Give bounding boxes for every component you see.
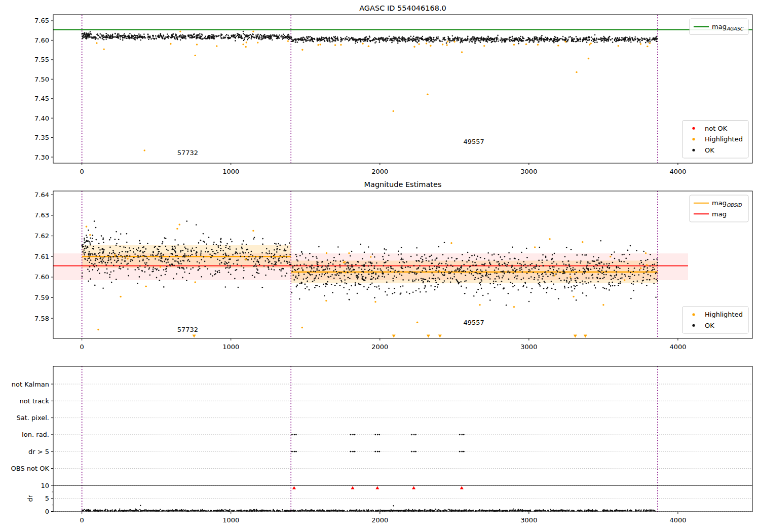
ok-point xyxy=(295,270,296,271)
ok-point xyxy=(186,280,187,281)
ok-point xyxy=(308,40,310,41)
ok-point xyxy=(279,249,281,251)
ok-point xyxy=(440,41,441,42)
dr-point xyxy=(588,510,589,511)
dr-point xyxy=(475,510,476,511)
ok-point xyxy=(589,37,591,39)
ok-point xyxy=(246,34,247,36)
ok-point xyxy=(87,260,88,261)
ok-point xyxy=(116,37,117,39)
ok-point xyxy=(489,283,491,285)
ok-point xyxy=(176,36,177,38)
ok-point xyxy=(545,39,546,41)
ok-point xyxy=(248,259,249,261)
ok-point xyxy=(417,39,419,40)
ok-point xyxy=(593,41,594,42)
ok-point xyxy=(477,269,479,270)
ok-point xyxy=(110,259,111,260)
dr-point xyxy=(140,505,141,506)
dr-point xyxy=(528,510,529,511)
ok-point xyxy=(600,240,602,242)
ok-point xyxy=(598,262,600,264)
ok-point xyxy=(220,35,221,37)
dr-point xyxy=(483,510,484,511)
ok-point xyxy=(332,292,333,293)
dr-point xyxy=(200,510,201,511)
dr-point xyxy=(379,509,381,510)
dr-trace-series xyxy=(82,505,656,512)
ok-point xyxy=(538,269,540,270)
ok-point xyxy=(126,242,128,243)
ok-point xyxy=(103,261,104,262)
ok-point xyxy=(193,267,194,269)
ok-point xyxy=(580,260,582,262)
ok-point xyxy=(498,41,499,42)
ok-point xyxy=(589,262,591,264)
ok-point xyxy=(535,37,537,39)
ok-point xyxy=(623,39,624,41)
ok-point xyxy=(575,41,577,43)
ok-point xyxy=(85,36,86,37)
flag-point xyxy=(411,434,412,436)
ok-point xyxy=(345,37,347,39)
ok-point xyxy=(576,282,578,283)
flag-point xyxy=(461,434,463,436)
ok-point xyxy=(115,239,116,240)
dr-point xyxy=(261,510,262,511)
ok-point xyxy=(443,37,444,39)
highlighted-point xyxy=(610,256,611,257)
ok-point xyxy=(634,268,635,269)
ok-point xyxy=(501,39,503,40)
ok-point xyxy=(618,259,620,261)
dr-point xyxy=(120,510,121,511)
ok-point xyxy=(161,275,162,277)
ok-point xyxy=(331,284,332,285)
ok-point xyxy=(188,259,189,260)
ok-point xyxy=(586,254,587,256)
ok-point xyxy=(233,263,235,264)
ok-point xyxy=(417,260,419,261)
ok-point xyxy=(372,253,373,255)
dr-point xyxy=(310,510,311,511)
ok-point xyxy=(236,252,238,253)
ok-point xyxy=(385,291,386,293)
ok-point xyxy=(142,260,144,261)
ok-point xyxy=(292,271,293,272)
ok-point xyxy=(574,39,575,40)
ok-point xyxy=(243,277,244,279)
ok-point xyxy=(189,37,191,39)
dr-point xyxy=(430,509,431,510)
ok-point xyxy=(538,41,540,43)
ok-point xyxy=(308,259,310,261)
ok-point xyxy=(217,252,219,253)
ok-point xyxy=(398,271,400,272)
middle-axes-legend-0-label: mag xyxy=(712,210,727,218)
ok-point xyxy=(577,40,579,42)
ok-point xyxy=(283,34,284,35)
ok-point xyxy=(453,274,455,275)
ok-point xyxy=(621,37,623,39)
ok-point xyxy=(641,40,642,41)
dr-point xyxy=(342,510,343,511)
ok-point xyxy=(434,286,436,287)
ok-point xyxy=(393,36,395,37)
ok-point xyxy=(528,278,530,279)
dr-point xyxy=(137,510,138,511)
ok-point xyxy=(153,37,154,39)
ok-point xyxy=(597,270,599,272)
ok-point xyxy=(103,37,104,39)
ok-point xyxy=(89,241,90,243)
ok-point xyxy=(214,36,215,38)
dr-point xyxy=(625,510,626,511)
ok-point xyxy=(144,262,146,264)
highlighted-point xyxy=(513,44,515,46)
ok-point xyxy=(622,254,623,256)
dr-point xyxy=(247,510,248,511)
ok-point xyxy=(277,248,278,249)
ok-point xyxy=(180,39,181,41)
ok-point xyxy=(198,270,199,271)
ok-point xyxy=(517,275,519,277)
x-tick-label: 2000 xyxy=(371,516,388,524)
ok-point xyxy=(88,255,90,257)
ok-point xyxy=(602,287,604,289)
